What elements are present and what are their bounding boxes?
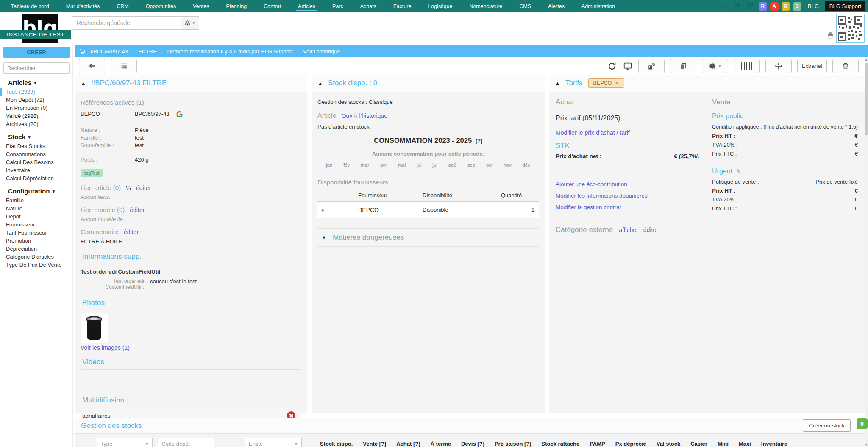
nav-menu-item[interactable]: Tableau de bord xyxy=(3,0,58,12)
tariff-action-link[interactable]: Modifier les informations douanières xyxy=(556,193,648,199)
search-scope-button[interactable]: ▼ xyxy=(181,16,199,30)
sidebar-section-title[interactable]: Articles ▼ xyxy=(0,79,72,86)
stock-panel-header[interactable]: ▲ Stock dispo. : 0 xyxy=(312,75,545,92)
table-row[interactable]: ▶ BEPCO Disponible 1 xyxy=(317,202,539,218)
back-button[interactable] xyxy=(79,59,105,73)
sidebar-item[interactable]: Calcul Dépréciation xyxy=(0,174,72,182)
sidebar-item[interactable]: Tous (2928) xyxy=(0,88,72,96)
sidebar-item[interactable]: Mon Dépôt (72) xyxy=(0,96,72,104)
view-images-link[interactable]: Voir les images (1) xyxy=(81,344,130,351)
printer-icon[interactable] xyxy=(827,32,834,39)
infos-supp-title: Informations supp. xyxy=(82,252,301,261)
sidebar-item[interactable]: Validé (2928) xyxy=(0,112,72,120)
google-icon[interactable] xyxy=(176,111,183,117)
barcode-button[interactable] xyxy=(734,59,760,73)
tariff-action-link[interactable]: Ajouter une éco-contribution xyxy=(556,181,627,187)
sidebar-item[interactable]: Dépôt xyxy=(0,212,72,221)
nav-menu-item[interactable]: Nomenclature xyxy=(461,0,511,12)
tarifs-panel-header[interactable]: ▲ Tarifs BEPCO ★ xyxy=(549,75,865,92)
sidebar-item[interactable]: État Des Stocks xyxy=(0,142,72,150)
scroll-up-icon[interactable]: ▲ xyxy=(865,58,868,61)
global-search-input[interactable] xyxy=(72,16,181,30)
display-button[interactable] xyxy=(623,59,633,73)
tariff-action-link[interactable]: Modifier la gestion contrat xyxy=(556,204,621,210)
link-swap-icon[interactable] xyxy=(125,185,132,191)
open-history-link[interactable]: Ouvrir l'historique xyxy=(341,112,387,119)
nav-menu-item[interactable]: Parc xyxy=(324,0,352,12)
support-user-button[interactable]: BLG Support xyxy=(825,1,865,11)
duplicate-button[interactable] xyxy=(670,59,696,73)
help-icon[interactable]: [?] xyxy=(476,138,482,144)
scroll-down-icon[interactable]: ▼ xyxy=(865,443,868,446)
hazardous-materials-section[interactable]: ▼ Matières dangereuses xyxy=(317,228,539,247)
edit-model-links[interactable]: éditer xyxy=(130,207,145,213)
nav-menu-item[interactable]: Facture xyxy=(385,0,420,12)
depot-code-input[interactable] xyxy=(158,438,214,447)
pencil-icon[interactable]: ✎ xyxy=(736,168,741,175)
article-panel-header[interactable]: ▲ #BPC/60/97-43 FILTRE xyxy=(75,75,307,92)
edit-comment[interactable]: éditer xyxy=(124,229,139,235)
create-button[interactable]: CRÉER xyxy=(3,47,70,58)
dealer-broadcast-button[interactable] xyxy=(638,59,665,73)
edit-article-links[interactable]: éditer xyxy=(136,184,151,191)
sidebar-item[interactable]: Calcul Des Besoins xyxy=(0,158,72,166)
nav-menu-item[interactable]: Achats xyxy=(352,0,385,12)
sidebar-item[interactable]: Dépréciation xyxy=(0,245,72,253)
user-badge[interactable]: B xyxy=(782,2,790,11)
external-category-link[interactable]: afficher xyxy=(619,226,638,233)
scrollbar-thumb[interactable] xyxy=(865,63,868,135)
eye-icon[interactable] xyxy=(721,2,729,10)
grid-add-icon[interactable] xyxy=(746,2,754,10)
sidebar-item[interactable]: Famille xyxy=(0,196,72,204)
user-badge[interactable]: A xyxy=(770,2,779,11)
supplier-tariff-badge[interactable]: BEPCO ★ xyxy=(588,78,625,88)
public-price-title[interactable]: Prix public xyxy=(712,112,858,120)
references-title: Références actives (1) xyxy=(81,99,301,106)
sidebar-item[interactable]: Type De Prix De Vente xyxy=(0,261,72,269)
delete-button[interactable] xyxy=(832,59,859,73)
sidebar-item[interactable]: Inventaire xyxy=(0,166,72,174)
user-badge[interactable]: S xyxy=(793,2,801,11)
history-link[interactable]: Voir l'historique xyxy=(303,48,340,55)
sidebar-section-title[interactable]: Configuration ▼ xyxy=(0,187,72,195)
sidebar-item[interactable]: Nature xyxy=(0,204,72,212)
user-badge[interactable]: R xyxy=(759,2,767,11)
nav-menu-item[interactable]: Planning xyxy=(217,0,255,12)
stk-label[interactable]: STK xyxy=(556,142,699,150)
extranet-button[interactable]: Extranet xyxy=(797,59,827,73)
sidebar-item[interactable]: Fournisseur xyxy=(0,221,72,229)
sidebar-item[interactable]: Tarif Fournisseur xyxy=(0,229,72,237)
sidebar-section-title[interactable]: Stock ▼ xyxy=(0,133,72,140)
type-select[interactable]: Type▼ xyxy=(97,438,153,447)
sidebar-item[interactable]: Catégorie D'articles xyxy=(0,253,72,261)
nav-menu-item[interactable]: Administration xyxy=(573,0,623,12)
refresh-button[interactable] xyxy=(607,59,617,73)
create-stock-button[interactable]: Créer un stock xyxy=(803,419,851,432)
nav-menu-item[interactable]: Opportunités xyxy=(137,0,185,12)
nav-menu-item[interactable]: Mur d'activités xyxy=(58,0,108,12)
nav-menu-item[interactable]: Contrat xyxy=(255,0,289,12)
nav-menu-item[interactable]: CMS xyxy=(511,0,540,12)
nav-menu-item[interactable]: Ventes xyxy=(184,0,217,12)
sidebar-item[interactable]: Consommations xyxy=(0,150,72,158)
page-scrollbar[interactable]: ▲ ▼ xyxy=(865,57,868,447)
list-view-button[interactable] xyxy=(111,59,137,73)
nav-menu-item[interactable]: Logistique xyxy=(420,0,461,12)
settings-button[interactable]: ▼ xyxy=(702,59,728,73)
sidebar-item[interactable]: Archives (20) xyxy=(0,120,72,128)
nav-menu-item[interactable]: Articles xyxy=(289,0,324,12)
entity-select[interactable]: Entité▼ xyxy=(245,438,302,447)
sidebar-item[interactable]: Promotion xyxy=(0,237,72,245)
nav-menu-item[interactable]: CRM xyxy=(108,0,137,12)
merge-button[interactable] xyxy=(765,59,792,73)
sidebar-search-input[interactable] xyxy=(3,62,70,74)
external-category-link[interactable]: éditer xyxy=(643,226,658,233)
calculator-icon[interactable] xyxy=(733,2,741,10)
sidebar-item[interactable]: En Promotion (0) xyxy=(0,104,72,112)
modify-purchase-price-link[interactable]: Modifier le prix d'achat / tarif xyxy=(556,129,630,136)
notification-badge[interactable]: 0 xyxy=(857,418,868,429)
nav-menu-item[interactable]: Alertes xyxy=(540,0,573,12)
expand-row-icon[interactable]: ▶ xyxy=(317,207,334,212)
article-photo-thumbnail[interactable] xyxy=(81,313,108,343)
urgent-price-title[interactable]: Urgent xyxy=(712,168,732,175)
